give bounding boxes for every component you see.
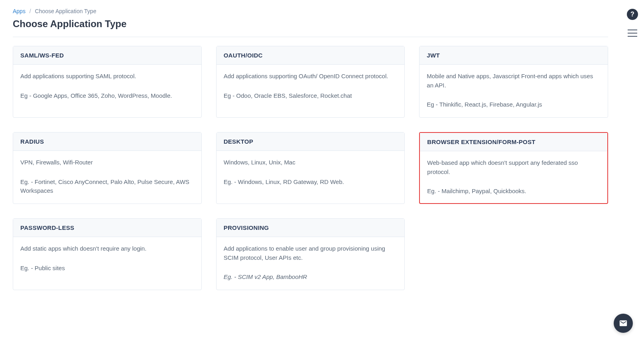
card-example: Eg. - Fortinet, Cisco AnyConnect, Palo A… — [20, 178, 194, 196]
card-title: PROVISIONING — [217, 219, 405, 237]
card-title: PASSWORD-LESS — [13, 219, 201, 237]
card-title: JWT — [419, 46, 608, 65]
page-title: Choose Application Type — [13, 18, 608, 30]
divider — [13, 37, 608, 37]
card-example: Eg. - Mailchimp, Paypal, Quickbooks. — [427, 187, 600, 196]
card-description: Mobile and Native apps, Javascript Front… — [427, 72, 601, 90]
card-title: OAUTH/OIDC — [217, 46, 405, 65]
card-description: Windows, Linux, Unix, Mac — [224, 158, 398, 167]
card-description: Add applications supporting OAuth/ OpenI… — [224, 72, 398, 81]
menu-icon[interactable] — [628, 30, 637, 37]
card-example: Eg - Odoo, Oracle EBS, Salesforce, Rocke… — [224, 91, 398, 101]
card-example: Eg. - Windows, Linux, RD Gateway, RD Web… — [224, 178, 398, 187]
breadcrumb-current: Choose Application Type — [35, 8, 97, 14]
card-description: Add applications supporting SAML protoco… — [20, 72, 194, 81]
card-example: Eg - Google Apps, Office 365, Zoho, Word… — [20, 91, 194, 101]
app-type-card[interactable]: RADIUSVPN, Firewalls, Wifi-RouterEg. - F… — [13, 132, 202, 204]
card-body: Mobile and Native apps, Javascript Front… — [419, 65, 608, 117]
app-type-card[interactable]: PASSWORD-LESSAdd static apps which doesn… — [13, 218, 202, 290]
breadcrumb: Apps / Choose Application Type — [13, 8, 608, 14]
card-example: Eg. - SCIM v2 App, BambooHR — [224, 273, 398, 282]
main-content: Apps / Choose Application Type Choose Ap… — [0, 0, 621, 344]
card-description: Add applications to enable user and grou… — [224, 244, 398, 262]
card-title: DESKTOP — [217, 132, 405, 151]
app-type-card[interactable]: BROWSER EXTENSION/FORM-POSTWeb-based app… — [419, 132, 608, 204]
card-example: Eg. - Public sites — [20, 264, 194, 273]
card-description: VPN, Firewalls, Wifi-Router — [20, 158, 194, 167]
card-description: Web-based app which doesn't support any … — [427, 158, 600, 176]
card-body: Add applications supporting OAuth/ OpenI… — [217, 65, 405, 117]
card-body: Add applications to enable user and grou… — [217, 237, 405, 290]
card-body: Add static apps which doesn't require an… — [13, 237, 201, 290]
mail-icon — [619, 319, 628, 328]
card-body: Add applications supporting SAML protoco… — [13, 65, 201, 117]
card-title: RADIUS — [13, 132, 201, 151]
chat-bubble-icon[interactable] — [614, 314, 633, 333]
application-type-grid: SAML/WS-FEDAdd applications supporting S… — [13, 46, 608, 306]
card-title: BROWSER EXTENSION/FORM-POST — [420, 133, 607, 151]
app-type-card[interactable]: OAUTH/OIDCAdd applications supporting OA… — [216, 46, 405, 118]
breadcrumb-separator: / — [30, 8, 31, 14]
app-type-card[interactable]: DESKTOPWindows, Linux, Unix, MacEg. - Wi… — [216, 132, 405, 204]
card-description: Add static apps which doesn't require an… — [20, 244, 194, 253]
card-body: VPN, Firewalls, Wifi-RouterEg. - Fortine… — [13, 151, 201, 204]
app-type-card[interactable]: SAML/WS-FEDAdd applications supporting S… — [13, 46, 202, 118]
help-icon[interactable]: ? — [627, 9, 638, 20]
card-title: SAML/WS-FED — [13, 46, 201, 65]
card-body: Web-based app which doesn't support any … — [420, 151, 607, 203]
card-example: Eg - Thinkific, React.js, Firebase, Angu… — [427, 100, 601, 109]
app-type-card[interactable]: JWTMobile and Native apps, Javascript Fr… — [419, 46, 608, 118]
breadcrumb-apps-link[interactable]: Apps — [13, 8, 26, 14]
app-type-card[interactable]: PROVISIONINGAdd applications to enable u… — [216, 218, 405, 290]
right-rail: ? — [621, 0, 644, 344]
card-body: Windows, Linux, Unix, MacEg. - Windows, … — [217, 151, 405, 204]
